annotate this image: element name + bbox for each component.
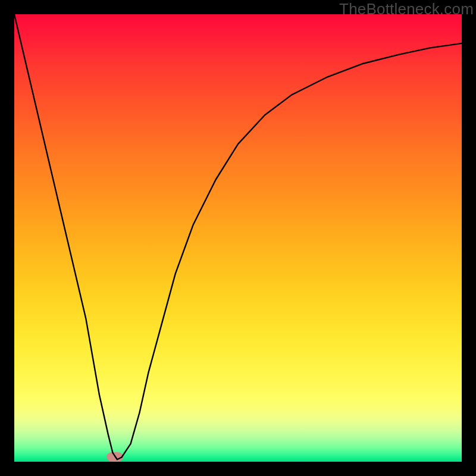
chart-frame: TheBottleneck.com <box>0 0 476 476</box>
plot-area <box>14 14 462 462</box>
bottleneck-curve <box>14 14 462 462</box>
watermark-text: TheBottleneck.com <box>339 0 474 18</box>
